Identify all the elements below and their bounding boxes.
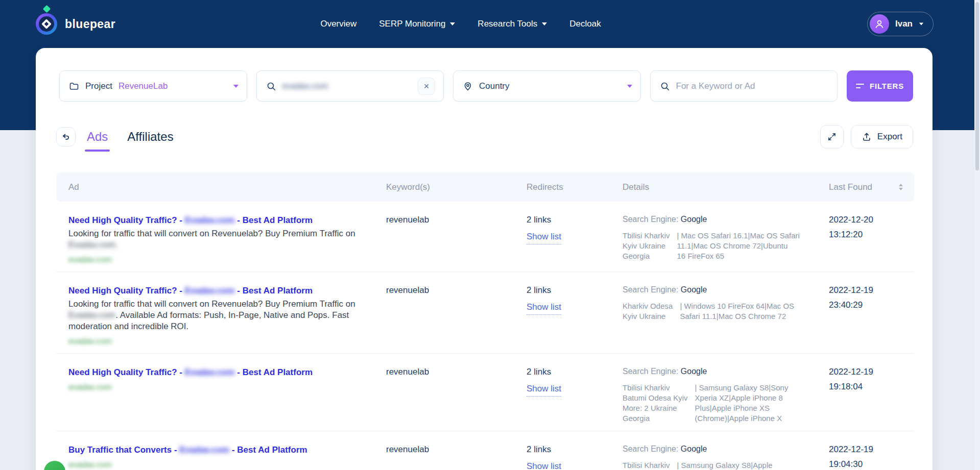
- table-row: Need High Quality Traffic? - Evadav.com …: [56, 272, 914, 354]
- chevron-down-icon: [919, 22, 924, 25]
- location-pin-icon: [463, 81, 473, 91]
- search-engine-label: Search Engine:: [623, 215, 681, 224]
- content-card: Project RevenueLab evadav.com × Country: [36, 48, 933, 470]
- table-row: Need High Quality Traffic? - Evadav.com …: [56, 354, 914, 431]
- nav-item-label: Decloak: [569, 19, 601, 29]
- search-engine-label: Search Engine:: [623, 285, 681, 294]
- ad-title-link[interactable]: Need High Quality Traffic? - Evadav.com …: [68, 215, 386, 226]
- detail-locations: Tbilisi Kharkiv Kyiv Ukraine Georgia: [623, 231, 670, 261]
- ad-display-url: evadav.com: [68, 383, 112, 392]
- detail-devices: | Mac OS Safari 16.1|Mac OS Safari 11.1|…: [677, 231, 810, 261]
- details-cell: Search Engine: Google Tbilisi Kharkiv | …: [623, 444, 829, 470]
- ad-title-link[interactable]: Need High Quality Traffic? - Evadav.com …: [68, 367, 386, 378]
- nav-item-label: SERP Monitoring: [379, 19, 445, 29]
- redirects-cell: 2 links Show list: [527, 367, 623, 397]
- ad-cell: Need High Quality Traffic? - Evadav.com …: [68, 215, 386, 264]
- column-header-ad: Ad: [68, 182, 386, 192]
- country-label: Country: [479, 81, 510, 91]
- filters-button-label: FILTERS: [870, 82, 904, 90]
- show-list-link[interactable]: Show list: [527, 384, 561, 397]
- nav-item-label: Overview: [320, 19, 356, 29]
- search-engine-label: Search Engine:: [623, 367, 681, 376]
- ad-display-url: evadav.com: [68, 255, 112, 264]
- filter-bar: Project RevenueLab evadav.com × Country: [59, 70, 913, 102]
- redirects-cell: 2 links Show list: [527, 444, 623, 470]
- redirects-count: 2 links: [527, 215, 623, 225]
- show-list-link[interactable]: Show list: [527, 461, 561, 470]
- show-list-link[interactable]: Show list: [527, 302, 561, 315]
- keyword-cell: revenuelab: [386, 444, 527, 455]
- search-icon: [660, 81, 670, 91]
- last-found-time: 23:40:29: [829, 300, 914, 310]
- ads-table: Ad Keyword(s) Redirects Details Last Fou…: [56, 172, 914, 470]
- project-select[interactable]: Project RevenueLab: [59, 70, 247, 102]
- brand-logo[interactable]: bluepear: [36, 13, 115, 35]
- nav-item-overview[interactable]: Overview: [320, 19, 356, 29]
- back-button[interactable]: [56, 127, 76, 146]
- last-found-date: 2022-12-19: [829, 367, 914, 377]
- redirects-cell: 2 links Show list: [527, 285, 623, 315]
- keyword-cell: revenuelab: [386, 367, 527, 377]
- clear-search-button[interactable]: ×: [418, 78, 435, 95]
- ad-cell: Buy Traffic that Converts - Evadav.com -…: [68, 444, 386, 469]
- table-row: Need High Quality Traffic? - Evadav.com …: [56, 202, 914, 272]
- nav-item-label: Research Tools: [477, 19, 537, 29]
- scrollbar-thumb[interactable]: [975, 2, 979, 170]
- keyword-search-field[interactable]: For a Keyword or Ad: [650, 70, 838, 102]
- last-found-time: 19:04:30: [829, 459, 914, 469]
- last-found-date: 2022-12-19: [829, 285, 914, 295]
- last-found-cell: 2022-12-19 23:40:29: [829, 285, 914, 310]
- redirects-count: 2 links: [527, 367, 623, 377]
- column-header-keywords: Keyword(s): [386, 182, 527, 192]
- nav-item-decloak[interactable]: Decloak: [569, 19, 601, 29]
- brand-name: bluepear: [65, 17, 115, 31]
- scrollbar-track[interactable]: [974, 0, 980, 470]
- chevron-down-icon: [542, 22, 547, 26]
- domain-search-value: evadav.com: [282, 81, 328, 91]
- chevron-down-icon: [450, 22, 455, 26]
- table-body: Need High Quality Traffic? - Evadav.com …: [56, 202, 914, 470]
- expand-button[interactable]: [820, 125, 844, 149]
- filter-icon: [856, 84, 864, 88]
- filters-button[interactable]: FILTERS: [847, 70, 913, 102]
- last-found-time: 13:12:20: [829, 230, 914, 240]
- ad-description: Looking for traffic that will convert on…: [68, 228, 360, 251]
- last-found-cell: 2022-12-19 19:18:04: [829, 367, 914, 392]
- back-arrow-icon: [61, 132, 71, 142]
- user-menu[interactable]: Ivan: [867, 12, 934, 36]
- domain-search-field[interactable]: evadav.com ×: [256, 70, 444, 102]
- avatar: [870, 14, 889, 34]
- keyword-value: revenuelab: [386, 285, 429, 295]
- keyword-value: revenuelab: [386, 444, 429, 454]
- expand-icon: [827, 132, 837, 142]
- redirects-count: 2 links: [527, 444, 623, 455]
- last-found-cell: 2022-12-20 13:12:20: [829, 215, 914, 240]
- nav-item-serp-monitoring[interactable]: SERP Monitoring: [379, 19, 455, 29]
- nav-item-research-tools[interactable]: Research Tools: [477, 19, 547, 29]
- detail-locations: Kharkiv Odesa Kyiv Ukraine: [623, 301, 673, 321]
- ad-cell: Need High Quality Traffic? - Evadav.com …: [68, 367, 386, 392]
- folder-icon: [69, 81, 79, 91]
- last-found-time: 19:18:04: [829, 382, 914, 392]
- ad-display-url: evadav.com: [68, 460, 112, 469]
- bluepear-logo-icon: [36, 13, 57, 35]
- last-found-cell: 2022-12-19 19:04:30: [829, 444, 914, 469]
- sort-toggle[interactable]: [899, 184, 903, 190]
- ad-title-link[interactable]: Need High Quality Traffic? - Evadav.com …: [68, 285, 386, 296]
- project-value: RevenueLab: [118, 81, 168, 91]
- redirects-cell: 2 links Show list: [527, 215, 623, 244]
- upload-icon: [862, 132, 872, 142]
- details-cell: Search Engine: Google Tbilisi Kharkiv Ky…: [623, 215, 829, 261]
- project-label: Project: [85, 81, 112, 91]
- show-list-link[interactable]: Show list: [527, 232, 561, 244]
- tabs-row: Ads Affiliates Export: [56, 123, 913, 150]
- last-found-date: 2022-12-19: [829, 444, 914, 455]
- tab-affiliates[interactable]: Affiliates: [127, 130, 173, 144]
- chevron-down-icon: [233, 85, 238, 88]
- country-select[interactable]: Country: [453, 70, 641, 102]
- ad-title-link[interactable]: Buy Traffic that Converts - Evadav.com -…: [68, 444, 386, 456]
- export-button[interactable]: Export: [851, 125, 913, 149]
- search-engine-value: Google: [681, 285, 707, 294]
- user-icon: [873, 18, 886, 30]
- tab-ads[interactable]: Ads: [87, 130, 108, 144]
